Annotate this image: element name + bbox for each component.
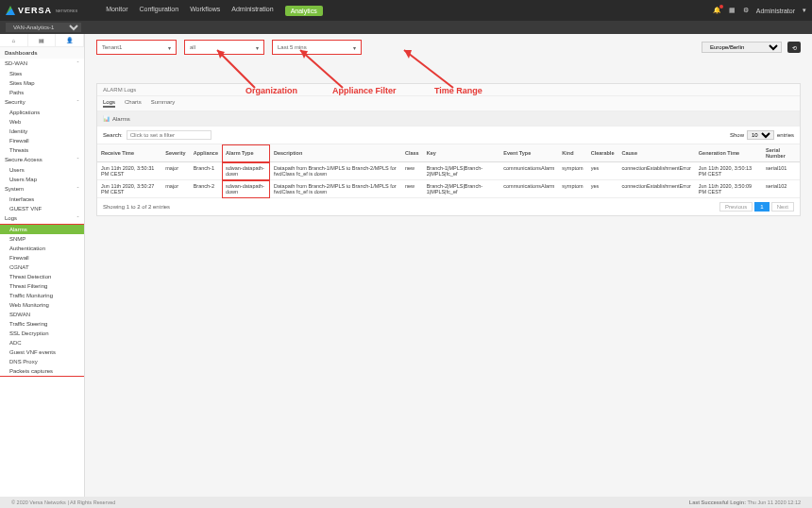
col-kind[interactable]: Kind	[558, 144, 586, 162]
sidebar-item-interfaces[interactable]: Interfaces	[0, 195, 84, 204]
cell: sdwan-datapath-down	[222, 180, 270, 198]
pager: Previous 1 Next	[719, 202, 794, 212]
user-icon[interactable]: 👤	[56, 34, 84, 46]
sidebar-group-sd-wan[interactable]: SD-WAN˅	[0, 59, 84, 69]
cell: connectionEstablishmentError	[617, 162, 694, 180]
sidebar-item-identity[interactable]: Identity	[0, 127, 84, 136]
footer-count: Showing 1 to 2 of 2 entries	[103, 204, 170, 210]
col-generation-time[interactable]: Generation Time	[695, 144, 762, 162]
tab-charts[interactable]: Charts	[125, 99, 142, 108]
sidebar-item-firewall[interactable]: Firewall	[0, 136, 84, 145]
sidebar-item-web-monitoring[interactable]: Web Monitoring	[0, 300, 84, 310]
search-input[interactable]	[127, 130, 211, 140]
cell: sdwan-datapath-down	[222, 162, 270, 180]
sidebar-item-packets-captures[interactable]: Packets captures	[0, 366, 84, 376]
timerange-dropdown-icon[interactable]: ▾	[350, 44, 359, 51]
sidebar-item-traffic-steering[interactable]: Traffic Steering	[0, 319, 84, 329]
sidebar-item-threat-filtering[interactable]: Threat Filtering	[0, 281, 84, 291]
alarm-panel: ALARM Logs LogsChartsSummary 📊 Alarms Se…	[96, 83, 801, 216]
sidebar-item-alarms[interactable]: Alarms	[0, 225, 84, 234]
sidebar-item-ssl-decryption[interactable]: SSL Decryption	[0, 329, 84, 338]
topnav-analytics[interactable]: Analytics	[285, 6, 323, 16]
cell: Datapath from Branch-1/MPLS to Branch-2/…	[270, 162, 401, 180]
cell: yes	[587, 180, 618, 198]
cell: new	[401, 180, 423, 198]
chart-icon[interactable]: ▤	[28, 34, 57, 46]
show-select[interactable]: 10	[747, 130, 774, 140]
table-row[interactable]: Jun 11th 2020, 3:50:27 PM CESTmajorBranc…	[97, 180, 800, 198]
sidebar-group-secure-access[interactable]: Secure Access˅	[0, 155, 84, 165]
pager-page[interactable]: 1	[754, 202, 769, 212]
cell: major	[161, 180, 189, 198]
sidebar-item-threats[interactable]: Threats	[0, 145, 84, 155]
tab-summary[interactable]: Summary	[151, 99, 176, 108]
cell: communicationsAlarm	[499, 180, 558, 198]
user-chevron-icon[interactable]: ▾	[803, 7, 806, 14]
sidebar-item-web[interactable]: Web	[0, 117, 84, 127]
gear-icon[interactable]: ⚙	[743, 7, 749, 14]
col-clearable[interactable]: Clearable	[587, 144, 618, 162]
col-serial-number[interactable]: Serial Number	[762, 144, 800, 162]
topnav-workflows[interactable]: Workflows	[190, 6, 220, 16]
sidebar-item-sdwan[interactable]: SDWAN	[0, 310, 84, 319]
timezone-select[interactable]: Europe/Berlin	[702, 42, 782, 53]
col-receive-time[interactable]: Receive Time	[97, 144, 161, 162]
cell: serial102	[762, 180, 800, 198]
brand-name: VERSA	[18, 6, 52, 15]
dashboards-title: Dashboards	[0, 47, 84, 59]
col-severity[interactable]: Severity	[161, 144, 189, 162]
logs-label: Logs	[5, 215, 17, 222]
tab-logs[interactable]: Logs	[103, 99, 115, 108]
sidebar-group-logs[interactable]: Logs ˅	[0, 213, 84, 225]
bell-icon[interactable]: 🔔	[713, 7, 721, 14]
sidebar-item-guest-vnf-events[interactable]: Guest VNF events	[0, 347, 84, 357]
cell: major	[161, 162, 189, 180]
col-event-type[interactable]: Event Type	[499, 144, 558, 162]
copyright: © 2020 Versa Networks | All Rights Reser…	[11, 500, 115, 505]
sidebar-item-snmp[interactable]: SNMP	[0, 234, 84, 244]
sidebar-group-security[interactable]: Security˅	[0, 97, 84, 108]
sidebar-group-system[interactable]: System˅	[0, 184, 84, 195]
sidebar-item-authentication[interactable]: Authentication	[0, 244, 84, 253]
col-cause[interactable]: Cause	[617, 144, 694, 162]
sidebar-item-users[interactable]: Users	[0, 165, 84, 175]
grid-icon[interactable]: ▦	[729, 7, 736, 14]
sidebar-item-sites-map[interactable]: Sites Map	[0, 78, 84, 88]
topnav-monitor[interactable]: Monitor	[106, 6, 127, 16]
sidebar-item-traffic-monitoring[interactable]: Traffic Monitoring	[0, 291, 84, 300]
sidebar-item-threat-detection[interactable]: Threat Detection	[0, 272, 84, 281]
sidebar-item-applications[interactable]: Applications	[0, 108, 84, 117]
topnav-configuration[interactable]: Configuration	[139, 6, 178, 16]
footer: © 2020 Versa Networks | All Rights Reser…	[0, 497, 812, 508]
refresh-button[interactable]: ⟲	[787, 42, 801, 53]
sidebar-item-adc[interactable]: ADC	[0, 338, 84, 347]
org-filter[interactable]: ▾	[96, 40, 177, 55]
user-label[interactable]: Administrator	[756, 8, 795, 14]
cell: symptom	[558, 180, 586, 198]
sidebar-item-users-map[interactable]: Users Map	[0, 175, 84, 184]
sidebar-item-paths[interactable]: Paths	[0, 88, 84, 97]
sidebar-item-sites[interactable]: Sites	[0, 69, 84, 78]
sidebar-item-cgnat[interactable]: CGNAT	[0, 262, 84, 272]
tenant-select[interactable]: VAN-Analytics-1	[6, 23, 81, 32]
col-key[interactable]: Key	[423, 144, 500, 162]
chevron-down-icon: ˅	[76, 186, 79, 193]
sidebar-item-firewall[interactable]: Firewall	[0, 253, 84, 262]
col-alarm-type[interactable]: Alarm Type	[222, 144, 270, 162]
table-row[interactable]: Jun 11th 2020, 3:50:31 PM CESTmajorBranc…	[97, 162, 800, 180]
sidebar-item-dns-proxy[interactable]: DNS Proxy	[0, 357, 84, 366]
search-label: Search:	[103, 132, 123, 138]
topnav-administration[interactable]: Administration	[231, 6, 273, 16]
org-dropdown-icon[interactable]: ▾	[165, 44, 174, 51]
svg-line-0	[217, 50, 255, 88]
pager-prev[interactable]: Previous	[719, 202, 753, 212]
logo-mark-icon	[6, 6, 15, 15]
home-icon[interactable]: ⌂	[0, 34, 28, 46]
col-description[interactable]: Description	[270, 144, 401, 162]
pager-next[interactable]: Next	[771, 202, 794, 212]
sidebar-item-guest-vnf[interactable]: GUEST VNF	[0, 204, 84, 213]
org-input[interactable]	[99, 42, 165, 52]
bar-icon: 📊	[103, 115, 110, 122]
col-class[interactable]: Class	[401, 144, 423, 162]
col-appliance[interactable]: Appliance	[190, 144, 222, 162]
